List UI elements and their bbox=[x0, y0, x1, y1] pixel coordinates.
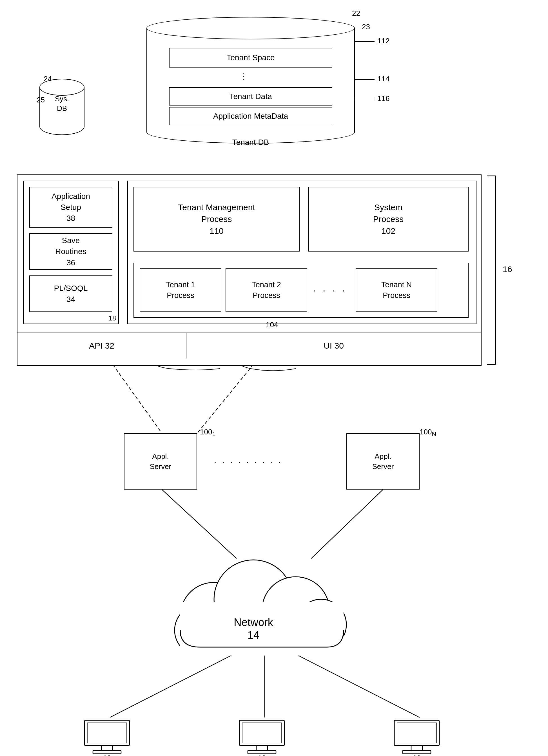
app-metadata-label: Application MetaData bbox=[213, 112, 288, 121]
ui-label: UI 30 bbox=[324, 341, 344, 351]
tenant2-label: Tenant 2Process bbox=[252, 280, 281, 301]
ref-114-text: 114 bbox=[377, 75, 390, 83]
svg-rect-31 bbox=[242, 723, 282, 743]
ref-18: 18 bbox=[108, 314, 116, 322]
svg-text:14: 14 bbox=[247, 629, 259, 641]
svg-rect-29 bbox=[256, 746, 267, 751]
svg-line-0 bbox=[113, 364, 162, 433]
tenant-mgmt-box: Tenant ManagementProcess110 bbox=[133, 187, 300, 252]
ref-100-N: 100N bbox=[420, 428, 436, 438]
ref-116-text: 116 bbox=[377, 94, 390, 103]
svg-rect-25 bbox=[101, 746, 113, 751]
ref-22-text: 22 bbox=[352, 9, 360, 17]
client-device-1: 12 bbox=[79, 719, 135, 756]
tenant-data-box: Tenant Data bbox=[169, 87, 332, 106]
tenant-ellipsis: · · · · bbox=[307, 285, 353, 296]
tenant-db-text: Tenant DB bbox=[232, 138, 269, 147]
svg-rect-33 bbox=[411, 746, 422, 751]
svg-text:Network: Network bbox=[234, 616, 273, 628]
svg-line-1 bbox=[197, 364, 253, 433]
tenant1-label: Tenant 1Process bbox=[166, 280, 195, 301]
tenant-db-cylinder: Tenant Space ⋮ Tenant Data Application M… bbox=[146, 17, 361, 149]
tenantN-box: Tenant NProcess bbox=[356, 268, 437, 312]
ref-100-1: 1001 bbox=[200, 428, 215, 438]
ref-25: 25 bbox=[37, 96, 45, 104]
appl-server-1-label: Appl.Server bbox=[150, 451, 171, 472]
server-ellipsis: · · · · · · · · · bbox=[214, 457, 283, 467]
ref-16: 16 bbox=[503, 264, 512, 274]
ref-23-text: 23 bbox=[362, 23, 370, 31]
appl-server-2: Appl.Server bbox=[346, 433, 420, 490]
ref-116: 116 bbox=[377, 94, 390, 103]
svg-rect-26 bbox=[93, 750, 121, 754]
cylinder-body bbox=[146, 28, 355, 143]
api-label: API 32 bbox=[89, 341, 114, 351]
diagram-container: Tenant Space ⋮ Tenant Data Application M… bbox=[0, 0, 548, 756]
ref-24-text: 24 bbox=[44, 75, 52, 83]
svg-rect-35 bbox=[397, 723, 437, 743]
appl-server-2-label: Appl.Server bbox=[372, 451, 394, 472]
tenantN-label: Tenant NProcess bbox=[381, 280, 412, 301]
client-device-3: 12 bbox=[389, 719, 445, 756]
app-setup-box: ApplicationSetup38 bbox=[29, 187, 112, 228]
right-column: Tenant ManagementProcess110 SystemProces… bbox=[127, 181, 477, 324]
tenant2-box: Tenant 2Process bbox=[225, 268, 307, 312]
system-process-box: SystemProcess102 bbox=[308, 187, 469, 252]
plsoql-box: PL/SOQL34 bbox=[29, 275, 112, 312]
ref-23: 23 bbox=[362, 23, 370, 31]
app-setup-label: ApplicationSetup38 bbox=[52, 191, 90, 224]
svg-rect-34 bbox=[403, 750, 431, 754]
ref-24: 24 bbox=[44, 75, 52, 83]
client-device-2: 12 bbox=[234, 719, 290, 756]
tenant-mgmt-label: Tenant ManagementProcess110 bbox=[178, 201, 255, 237]
main-server-box: ApplicationSetup38 SaveRoutines36 PL/SOQ… bbox=[17, 174, 482, 366]
ref-22: 22 bbox=[352, 9, 360, 18]
ref-114: 114 bbox=[377, 75, 390, 83]
tenant-space-label: Tenant Space bbox=[226, 53, 275, 62]
ref-104: 104 bbox=[266, 320, 278, 329]
svg-rect-30 bbox=[248, 750, 276, 754]
sys-db-cylinder: Sys.DB bbox=[39, 79, 90, 141]
ref-25-text: 25 bbox=[37, 96, 45, 104]
network-cloud: Network 14 bbox=[158, 543, 372, 656]
vertical-dots: ⋮ bbox=[239, 72, 248, 81]
appl-server-1: Appl.Server bbox=[124, 433, 197, 490]
tenant1-box: Tenant 1Process bbox=[140, 268, 221, 312]
ref-112: 112 bbox=[377, 37, 390, 45]
tenant-db-footer-label: Tenant DB bbox=[146, 138, 355, 147]
left-column: ApplicationSetup38 SaveRoutines36 PL/SOQ… bbox=[23, 181, 119, 324]
api-section: API 32 bbox=[17, 333, 186, 358]
api-ui-bar: API 32 UI 30 bbox=[17, 333, 481, 358]
ref-16-text: 16 bbox=[503, 264, 512, 274]
svg-rect-27 bbox=[87, 723, 127, 743]
app-metadata-box: Application MetaData bbox=[169, 107, 332, 125]
ui-section: UI 30 bbox=[186, 333, 481, 358]
plsoql-label: PL/SOQL34 bbox=[54, 283, 88, 305]
tenant-processes-row: Tenant 1Process Tenant 2Process · · · · … bbox=[133, 263, 469, 318]
ref-112-text: 112 bbox=[377, 37, 390, 45]
system-process-label: SystemProcess102 bbox=[373, 201, 404, 237]
tenant-space-box: Tenant Space bbox=[169, 48, 332, 68]
cylinder-top bbox=[146, 17, 355, 39]
save-routines-label: SaveRoutines36 bbox=[55, 235, 86, 268]
svg-line-6 bbox=[293, 653, 420, 717]
tenant-data-label: Tenant Data bbox=[229, 92, 272, 101]
sys-db-label: Sys.DB bbox=[39, 94, 84, 113]
svg-line-4 bbox=[110, 653, 236, 717]
save-routines-box: SaveRoutines36 bbox=[29, 233, 112, 270]
